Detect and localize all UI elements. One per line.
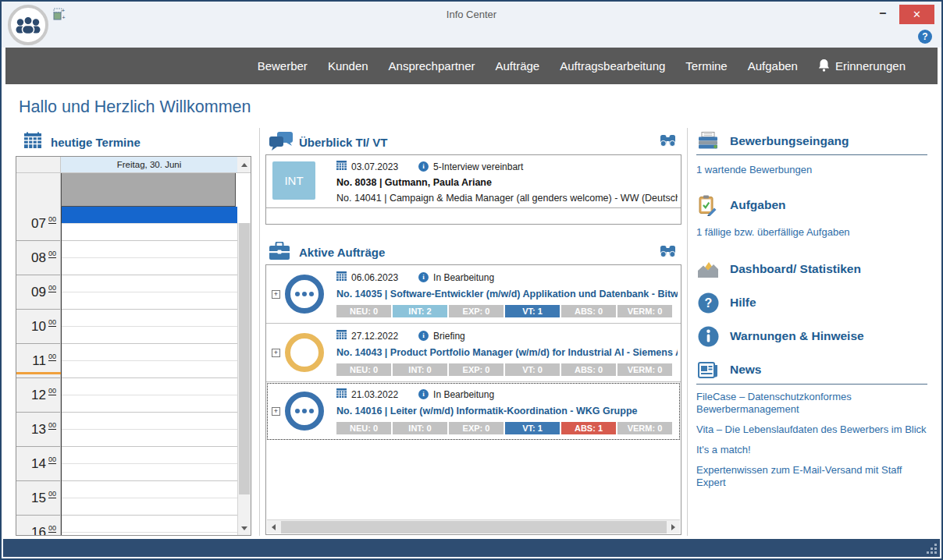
order-date: 06.06.2023: [351, 272, 398, 283]
order-title[interactable]: No. 14035 | Software-Entwickler (m/w/d) …: [336, 289, 678, 299]
chat-bubbles-icon: [269, 132, 294, 154]
orders-title: Aktive Aufträge: [299, 246, 385, 259]
badge-neu[interactable]: NEU: 0: [336, 422, 391, 434]
svg-text:+: +: [62, 8, 65, 13]
calendar-icon: [23, 132, 42, 152]
people-logo-icon[interactable]: [8, 5, 48, 45]
hour-label: 0800: [16, 241, 60, 275]
overview-search-icon[interactable]: [660, 134, 676, 151]
hour-label: 1000: [16, 310, 60, 344]
badge-vt[interactable]: VT: 0: [505, 363, 560, 376]
badge-exp[interactable]: EXP: 0: [449, 305, 504, 317]
tasks-count-link[interactable]: 1 fällige bzw. überfällige Aufgaben: [696, 226, 927, 239]
help-icon: ?: [696, 292, 720, 314]
nav-item-ansprechpartner[interactable]: Ansprechpartner: [379, 59, 486, 73]
order-status-ring-icon: [285, 333, 324, 372]
sidebar-item-dashboard[interactable]: Dashboard/ Statistiken: [696, 257, 927, 281]
sidebar-divider: [696, 384, 927, 385]
nav-item-aufgaben[interactable]: Aufgaben: [738, 59, 808, 73]
resize-grip[interactable]: [926, 543, 937, 554]
order-status: In Bearbeitung: [433, 389, 494, 400]
sidebar-title: Dashboard/ Statistiken: [730, 262, 861, 276]
calendar-scroll-down-button[interactable]: [238, 522, 251, 535]
quicklinks-sidebar: Bewerbungseingang 1 wartende Bewerbungen…: [696, 129, 927, 489]
scrollbar-thumb[interactable]: [239, 223, 250, 494]
expand-button[interactable]: +: [272, 349, 280, 357]
calendar-day-header[interactable]: Freitag, 30. Juni: [61, 157, 237, 172]
current-time-indicator: [16, 372, 61, 374]
sidebar-item-hilfe[interactable]: ? Hilfe: [696, 291, 927, 314]
nav-item-kunden[interactable]: Kunden: [318, 59, 379, 73]
badge-abs[interactable]: ABS: 1: [561, 422, 616, 434]
scroll-left-button[interactable]: [267, 520, 280, 534]
sidebar-item-warnungen[interactable]: Warnungen & Hinweise: [696, 324, 927, 348]
sidebar-title: Warnungen & Hinweise: [730, 329, 864, 343]
badge-int[interactable]: INT: 2: [393, 305, 447, 317]
badge-vt[interactable]: VT: 1: [505, 305, 560, 317]
badge-int[interactable]: INT: 0: [393, 422, 447, 434]
orders-horizontal-scrollbar[interactable]: [267, 519, 680, 533]
status-bar: [3, 539, 940, 557]
minimize-button[interactable]: –: [873, 5, 893, 23]
order-title[interactable]: No. 14016 | Leiter (w/m/d) Informatik-Ko…: [336, 406, 678, 416]
hour-label: 0900: [16, 275, 60, 310]
order-badges: NEU: 0 INT: 0 EXP: 0 VT: 0 ABS: 0 VERM: …: [336, 363, 672, 376]
badge-verm[interactable]: VERM: 0: [617, 363, 672, 376]
all-day-area[interactable]: [61, 173, 236, 207]
order-date: 27.12.2022: [351, 331, 398, 342]
badge-exp[interactable]: EXP: 0: [449, 422, 504, 434]
help-button[interactable]: ?: [918, 30, 932, 44]
orders-search-icon[interactable]: [660, 245, 676, 261]
news-link[interactable]: Vita – Die Lebenslaufdaten des Bewerbers…: [696, 424, 927, 436]
column-divider: [687, 128, 688, 536]
sidebar-item-aufgaben[interactable]: Aufgaben: [696, 193, 927, 217]
order-date: 21.03.2022: [351, 389, 398, 400]
close-button[interactable]: ✕: [899, 5, 934, 24]
badge-abs[interactable]: ABS: 0: [561, 363, 616, 376]
badge-vt[interactable]: VT: 1: [505, 422, 560, 434]
info-icon: i: [418, 272, 429, 282]
calendar-vertical-scrollbar[interactable]: [237, 223, 251, 535]
scrollbar-thumb[interactable]: [281, 521, 667, 533]
badge-int[interactable]: INT: 0: [393, 363, 447, 376]
order-entry-selected[interactable]: + 21.03.2022 i In Bearbeitung No. 14016 …: [266, 382, 681, 441]
applications-count-link[interactable]: 1 wartende Bewerbungen: [696, 164, 927, 176]
sidebar-item-bewerbungseingang[interactable]: Bewerbungseingang: [696, 129, 927, 153]
order-status: Briefing: [433, 331, 465, 342]
expand-button[interactable]: +: [272, 407, 280, 416]
page-title: Hallo und Herzlich Willkommen: [19, 97, 251, 117]
sidebar-title: Bewerbungseingang: [730, 134, 849, 148]
nav-item-erinnerungen[interactable]: Erinnerungen: [808, 58, 916, 74]
badge-abs[interactable]: ABS: 0: [561, 305, 616, 317]
selected-time-slot[interactable]: [62, 207, 237, 223]
badge-verm[interactable]: VERM: 0: [617, 305, 672, 317]
add-image-icon[interactable]: + +: [53, 8, 66, 21]
chart-icon: [696, 261, 720, 278]
news-link[interactable]: FileCase – Datenschutzkonformes Bewerber…: [696, 391, 927, 416]
news-link[interactable]: Expertenwissen zum E-Mail-Versand mit St…: [696, 464, 927, 489]
nav-item-auftraege[interactable]: Aufträge: [486, 59, 550, 73]
order-status-ring-icon: [285, 275, 324, 314]
calendar-grid[interactable]: [61, 207, 237, 535]
nav-item-termine[interactable]: Termine: [675, 59, 737, 73]
sidebar-item-news[interactable]: News: [696, 358, 927, 381]
overview-title: Überblick TI/ VT: [299, 136, 387, 149]
nav-item-auftragsbearbeitung[interactable]: Auftragsbearbeitung: [550, 59, 675, 73]
hour-label: 0700: [16, 207, 60, 241]
order-entry[interactable]: + 27.12.2022 i Briefing No. 14043 | Prod…: [266, 324, 681, 382]
badge-neu[interactable]: NEU: 0: [336, 363, 391, 376]
order-title[interactable]: No. 14043 | Product Portfolio Manager (w…: [336, 347, 678, 358]
expand-button[interactable]: +: [272, 290, 280, 299]
badge-exp[interactable]: EXP: 0: [449, 363, 504, 376]
scroll-right-button[interactable]: [667, 520, 680, 534]
hour-label: 1400: [16, 447, 60, 481]
badge-neu[interactable]: NEU: 0: [336, 305, 391, 317]
order-entry[interactable]: + 06.06.2023 i In Bearbeitung No. 14035 …: [266, 265, 681, 324]
badge-verm[interactable]: VERM: 0: [617, 422, 672, 434]
news-link[interactable]: It's a match!: [696, 444, 927, 456]
hour-label: 1500: [16, 481, 60, 516]
order-status-ring-icon: [285, 392, 324, 431]
bell-icon: [818, 58, 830, 74]
nav-item-bewerber[interactable]: Bewerber: [247, 59, 318, 73]
calendar-scroll-up-button[interactable]: [237, 157, 251, 172]
